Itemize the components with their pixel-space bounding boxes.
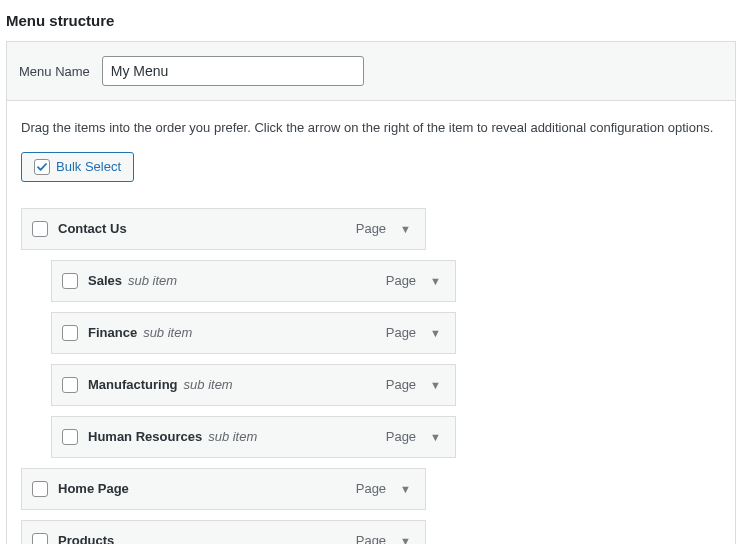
caret-down-icon[interactable]: ▼	[396, 219, 415, 239]
menu-item-checkbox[interactable]	[32, 533, 48, 544]
menu-item-checkbox[interactable]	[32, 221, 48, 237]
menu-item[interactable]: Financesub itemPage▼	[51, 312, 456, 354]
menu-item-type: Page	[356, 481, 386, 496]
menu-item-meta: Page▼	[386, 427, 445, 447]
menu-name-row: Menu Name	[7, 42, 735, 101]
menu-item[interactable]: ProductsPage▼	[21, 520, 426, 544]
menu-item-type: Page	[386, 325, 416, 340]
menu-body: Drag the items into the order you prefer…	[7, 101, 735, 544]
menu-item-checkbox[interactable]	[62, 273, 78, 289]
menu-item-checkbox[interactable]	[32, 481, 48, 497]
menu-structure-panel: Menu Name Drag the items into the order …	[6, 41, 736, 544]
bulk-select-button[interactable]: Bulk Select	[21, 152, 134, 182]
caret-down-icon[interactable]: ▼	[426, 271, 445, 291]
menu-item-title: Finance	[88, 325, 137, 340]
caret-down-icon[interactable]: ▼	[426, 323, 445, 343]
sub-item-tag: sub item	[184, 377, 233, 392]
menu-item[interactable]: Home PagePage▼	[21, 468, 426, 510]
menu-item-title: Home Page	[58, 481, 129, 496]
menu-item-meta: Page▼	[356, 531, 415, 544]
menu-items-list: Contact UsPage▼Salessub itemPage▼Finance…	[21, 208, 721, 544]
checkbox-checked-icon	[34, 159, 50, 175]
menu-item-type: Page	[386, 273, 416, 288]
menu-item-type: Page	[386, 377, 416, 392]
menu-item[interactable]: Contact UsPage▼	[21, 208, 426, 250]
sub-item-tag: sub item	[128, 273, 177, 288]
menu-item-title: Sales	[88, 273, 122, 288]
menu-item[interactable]: Salessub itemPage▼	[51, 260, 456, 302]
caret-down-icon[interactable]: ▼	[426, 427, 445, 447]
menu-item-checkbox[interactable]	[62, 377, 78, 393]
menu-item-meta: Page▼	[386, 323, 445, 343]
menu-item-title: Manufacturing	[88, 377, 178, 392]
menu-item[interactable]: Manufacturingsub itemPage▼	[51, 364, 456, 406]
menu-item-checkbox[interactable]	[62, 429, 78, 445]
menu-item-type: Page	[356, 221, 386, 236]
menu-item-checkbox[interactable]	[62, 325, 78, 341]
menu-name-input[interactable]	[102, 56, 364, 86]
menu-item-title: Products	[58, 533, 114, 544]
menu-item[interactable]: Human Resourcessub itemPage▼	[51, 416, 456, 458]
menu-item-meta: Page▼	[386, 375, 445, 395]
menu-item-type: Page	[386, 429, 416, 444]
menu-item-title: Contact Us	[58, 221, 127, 236]
caret-down-icon[interactable]: ▼	[426, 375, 445, 395]
caret-down-icon[interactable]: ▼	[396, 479, 415, 499]
sub-item-tag: sub item	[143, 325, 192, 340]
menu-item-title: Human Resources	[88, 429, 202, 444]
section-title: Menu structure	[0, 0, 742, 41]
menu-item-type: Page	[356, 533, 386, 544]
bulk-select-label: Bulk Select	[56, 159, 121, 174]
menu-item-meta: Page▼	[356, 479, 415, 499]
caret-down-icon[interactable]: ▼	[396, 531, 415, 544]
menu-name-label: Menu Name	[19, 64, 90, 79]
menu-item-meta: Page▼	[386, 271, 445, 291]
instructions-text: Drag the items into the order you prefer…	[21, 119, 721, 138]
menu-item-meta: Page▼	[356, 219, 415, 239]
sub-item-tag: sub item	[208, 429, 257, 444]
